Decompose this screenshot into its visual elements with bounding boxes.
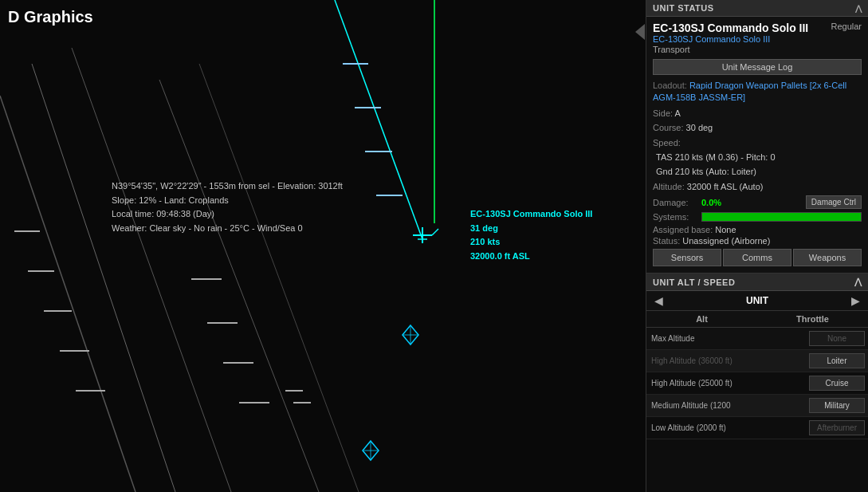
msg-log-button[interactable]: Unit Message Log — [653, 59, 862, 75]
speed-btn-max[interactable]: None — [809, 331, 865, 346]
status-label: Status: — [653, 236, 680, 246]
course-label: Course: — [653, 123, 684, 132]
speed-btn-loiter[interactable]: Loiter — [809, 353, 865, 368]
right-panel: UNIT STATUS ⋀ EC-130SJ Commando Solo III… — [646, 0, 868, 492]
terrain-line3: Local time: 09:48:38 (Day) — [112, 207, 343, 222]
course-row: Course: 30 deg — [653, 122, 862, 134]
alt-speed-title: UNIT ALT / SPEED — [653, 277, 735, 287]
aircraft-altitude: 32000.0 ft ASL — [470, 250, 592, 264]
unit-status-body: EC-130SJ Commando Solo III Regular EC-13… — [646, 17, 868, 274]
panel-toggle-arrow[interactable] — [635, 24, 645, 40]
speed-row-low: Low Altitude (2000 ft) Afterburner — [646, 417, 868, 439]
status-row: Status: Unassigned (Airborne) — [653, 236, 862, 246]
loadout-row: Loadout: Rapid Dragon Weapon Pallets [2x… — [653, 80, 862, 104]
alt-speed-cols: Alt Throttle — [646, 311, 868, 328]
speed-row-max: Max Altitude None — [646, 328, 868, 350]
unit-transport: Transport — [653, 45, 862, 54]
terrain-line1: N39°54'35", W2°22'29" - 1553m from sel -… — [112, 179, 343, 194]
systems-row: Systems: — [653, 212, 862, 222]
side-row: Side: A — [653, 108, 862, 120]
damage-label: Damage: — [653, 198, 697, 207]
aircraft-course: 31 deg — [470, 222, 592, 236]
systems-label: Systems: — [653, 212, 697, 222]
assigned-base-label: Assigned base: — [653, 225, 713, 234]
speed-label: Speed: — [653, 138, 681, 148]
aircraft-speed: 210 kts — [470, 235, 592, 250]
assigned-base-row: Assigned base: None — [653, 225, 862, 234]
weapons-button[interactable]: Weapons — [793, 249, 862, 266]
speed-tas: TAS 210 kts (M 0.36) - Pitch: 0 — [656, 152, 776, 162]
unit-status-header: UNIT STATUS ⋀ — [646, 0, 868, 17]
speed-btn-military[interactable]: Military — [809, 398, 865, 413]
sensors-button[interactable]: Sensors — [653, 249, 721, 266]
aircraft-label: EC-130SJ Commando Solo III 31 deg 210 kt… — [470, 207, 592, 263]
speed-gnd-row: Gnd 210 kts (Auto: Loiter) — [653, 166, 862, 178]
speed-row: Speed: — [653, 137, 862, 149]
speed-row-high36: High Altitude (36000 ft) Loiter — [646, 350, 868, 372]
unit-nav-right[interactable]: ▶ — [846, 293, 865, 309]
systems-bar — [701, 212, 862, 222]
assigned-base-value: None — [715, 225, 736, 234]
col-throttle: Throttle — [757, 314, 868, 324]
damage-row: Damage: 0.0% Damage Ctrl — [653, 195, 862, 209]
speed-label-high25: High Altitude (25000 ft) — [646, 379, 809, 388]
speed-label-low: Low Altitude (2000 ft) — [646, 423, 809, 432]
unit-nav-left[interactable]: ◀ — [650, 293, 668, 309]
speed-row-med: Medium Altitude (1200 Military — [646, 395, 868, 417]
action-buttons: Sensors Comms Weapons — [653, 249, 862, 266]
col-alt: Alt — [646, 314, 757, 324]
loadout-label: Loadout: — [653, 81, 687, 90]
speed-label-med: Medium Altitude (1200 — [646, 401, 809, 410]
alt-speed-collapse[interactable]: ⋀ — [854, 277, 862, 287]
speed-btn-cruise[interactable]: Cruise — [809, 376, 865, 391]
comms-button[interactable]: Comms — [723, 249, 791, 266]
unit-nav: ◀ UNIT ▶ — [646, 291, 868, 311]
unit-nav-label: UNIT — [746, 295, 768, 306]
damage-ctrl-button[interactable]: Damage Ctrl — [806, 195, 862, 209]
damage-value: 0.0% — [701, 198, 729, 207]
side-value: A — [675, 108, 681, 118]
aircraft-name: EC-130SJ Commando Solo III — [470, 207, 592, 222]
terrain-line2: Slope: 12% - Land: Croplands — [112, 194, 343, 208]
unit-status-title: UNIT STATUS — [653, 3, 714, 13]
map-area: D Graphics — [0, 0, 646, 492]
speed-btn-afterburner[interactable]: Afterburner — [809, 420, 865, 435]
course-value: 30 deg — [686, 123, 713, 132]
alt-speed-header: UNIT ALT / SPEED ⋀ — [646, 274, 868, 291]
side-label: Side: — [653, 108, 673, 118]
map-title: D Graphics — [8, 8, 93, 26]
terrain-line4: Weather: Clear sky - No rain - 25°C - Wi… — [112, 222, 343, 236]
speed-gnd: Gnd 210 kts (Auto: Loiter) — [656, 167, 756, 176]
altitude-label: Altitude: — [653, 182, 685, 191]
terrain-info: N39°54'35", W2°22'29" - 1553m from sel -… — [112, 179, 343, 235]
alt-speed-section: UNIT ALT / SPEED ⋀ ◀ UNIT ▶ Alt Throttle… — [646, 274, 868, 492]
unit-link[interactable]: EC-130SJ Commando Solo III — [653, 34, 862, 44]
status-value: Unassigned (Airborne) — [682, 236, 770, 246]
unit-status-collapse[interactable]: ⋀ — [855, 4, 862, 13]
speed-tas-row: TAS 210 kts (M 0.36) - Pitch: 0 — [653, 152, 862, 163]
altitude-row: Altitude: 32000 ft ASL (Auto) — [653, 181, 862, 193]
speed-table: Max Altitude None High Altitude (36000 f… — [646, 328, 868, 492]
speed-label-max: Max Altitude — [646, 334, 809, 343]
altitude-value: 32000 ft ASL (Auto) — [687, 182, 764, 191]
speed-label-high36: High Altitude (36000 ft) — [646, 356, 809, 365]
speed-row-high25: High Altitude (25000 ft) Cruise — [646, 372, 868, 395]
